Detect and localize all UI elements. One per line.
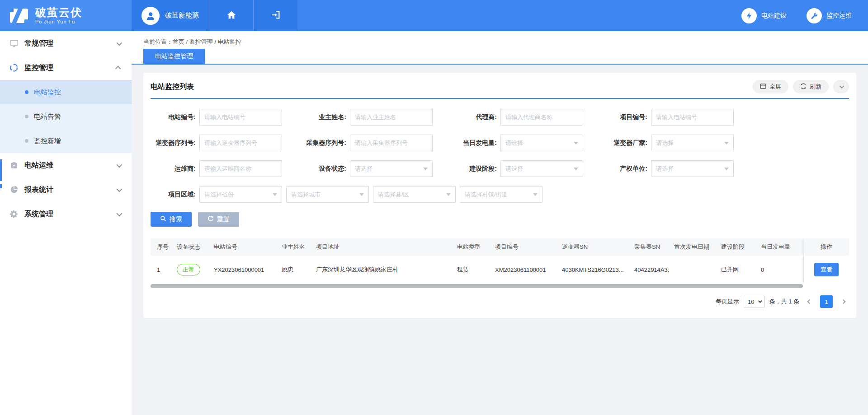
pagination: 每页显示 10 条，共 1 条 1 <box>151 295 849 308</box>
col-inverter-sn: 逆变器SN <box>557 243 630 251</box>
caret-down-icon <box>273 193 277 196</box>
table-row: 1 正常 YX2023061000001 姚忠 广东深圳龙华区观澜镇姚家庄村 租… <box>151 256 849 284</box>
property-unit-select[interactable]: 请选择 <box>651 160 734 177</box>
brand-title: 破茧云伏 <box>35 7 82 19</box>
search-button[interactable]: 搜索 <box>151 212 192 227</box>
horizontal-scrollbar[interactable] <box>151 284 803 288</box>
sidebar-item-station-ops[interactable]: 电站运维 <box>0 153 132 177</box>
field-label: 建设阶段: <box>452 165 500 173</box>
station-table: 序号 设备状态 电站编号 业主姓名 项目地址 电站类型 项目编号 逆变器SN 采… <box>151 238 849 288</box>
sidebar-submenu: 电站监控 电站告警 监控新增 <box>0 80 132 153</box>
chevron-down-icon <box>117 40 123 46</box>
caret-down-icon <box>724 168 729 170</box>
cell-action: 查看 <box>803 256 849 284</box>
city-select[interactable]: 请选择城市 <box>286 186 369 203</box>
caret-down-icon <box>574 142 578 145</box>
logout-button[interactable] <box>253 0 297 31</box>
col-station-no: 电站编号 <box>209 243 277 251</box>
project-no-input[interactable] <box>651 109 734 126</box>
sidebar-item-reports[interactable]: 报表统计 <box>0 177 132 202</box>
next-page-button[interactable] <box>837 296 849 308</box>
battery-icon <box>9 161 19 170</box>
build-stage-select[interactable]: 请选择 <box>500 160 583 177</box>
user-name: 破茧新能源 <box>165 11 199 20</box>
network-icon <box>9 63 19 72</box>
nav-station-build[interactable]: 电站建设 <box>741 8 787 23</box>
topbar: 破茧云伏 Po Jian Yun Fu 破茧新能源 <box>0 0 868 31</box>
sidebar-subitem-station-alarm[interactable]: 电站告警 <box>0 104 132 129</box>
wrench-icon <box>807 8 822 23</box>
province-select[interactable]: 请选择省份 <box>199 186 282 203</box>
sidebar-item-monitor[interactable]: 监控管理 <box>0 56 132 80</box>
search-icon <box>160 215 166 223</box>
fullscreen-button[interactable]: 全屏 <box>753 80 788 93</box>
caret-down-icon <box>359 193 364 196</box>
col-type: 电站类型 <box>453 243 491 251</box>
cell-type: 租赁 <box>453 266 491 274</box>
scrollbar-thumb[interactable] <box>151 284 803 288</box>
col-action: 操作 <box>803 238 849 256</box>
sidebar-subitem-monitor-add[interactable]: 监控新增 <box>0 129 132 153</box>
brand-logo: 破茧云伏 Po Jian Yun Fu <box>0 0 132 31</box>
chevron-left-icon <box>807 299 812 304</box>
breadcrumb-label: 当前位置： <box>143 38 173 45</box>
caret-down-icon <box>574 168 578 170</box>
refresh-button[interactable]: 刷新 <box>793 80 829 93</box>
user-menu[interactable]: 破茧新能源 <box>132 0 209 31</box>
daily-power-select[interactable]: 请选择 <box>500 135 583 151</box>
agent-input[interactable] <box>500 109 583 126</box>
field-label: 运维商: <box>151 165 199 173</box>
nav-monitor-ops[interactable]: 监控运维 <box>807 8 852 23</box>
per-page-select[interactable]: 10 <box>744 296 764 308</box>
sidebar-scrollbar[interactable] <box>0 159 2 181</box>
sidebar-item-label: 系统管理 <box>24 210 117 219</box>
breadcrumb-path: 首页 / 监控管理 / 电站监控 <box>173 38 241 45</box>
collector-sn-input[interactable] <box>350 135 433 151</box>
sidebar-item-general[interactable]: 常规管理 <box>0 31 132 56</box>
sidebar-scrollbar[interactable] <box>0 184 2 188</box>
field-label: 采集器序列号: <box>301 139 350 147</box>
sidebar-subitem-station-monitor[interactable]: 电站监控 <box>0 80 132 104</box>
field-label: 逆变器厂家: <box>602 139 651 147</box>
sidebar-item-system[interactable]: 系统管理 <box>0 202 132 226</box>
avatar <box>142 7 160 25</box>
prev-page-button[interactable] <box>804 296 816 308</box>
sidebar-item-label: 报表统计 <box>24 185 117 195</box>
reset-button[interactable]: 重置 <box>198 212 239 227</box>
caret-down-icon <box>446 193 451 196</box>
refresh-icon <box>800 83 807 91</box>
view-button[interactable]: 查看 <box>814 263 839 276</box>
col-address: 项目地址 <box>311 243 453 251</box>
operator-input[interactable] <box>199 160 282 177</box>
inverter-vendor-select[interactable]: 请选择 <box>651 135 734 151</box>
field-label: 产权单位: <box>602 165 651 173</box>
collapse-button[interactable] <box>833 80 849 93</box>
field-label: 项目编号: <box>602 113 651 121</box>
sidebar-item-label: 常规管理 <box>24 39 117 48</box>
sidebar-item-label: 监控管理 <box>24 63 117 73</box>
gear-icon <box>9 210 19 219</box>
home-button[interactable] <box>209 0 253 31</box>
card-header: 电站监控列表 全屏 <box>151 73 849 99</box>
nav-monitor-ops-label: 监控运维 <box>826 12 852 20</box>
page-title: 电站监控列表 <box>151 82 194 92</box>
sidebar-subitem-label: 电站监控 <box>34 88 61 97</box>
field-label: 业主姓名: <box>301 113 350 121</box>
reset-icon <box>208 215 214 223</box>
town-select[interactable]: 请选择村镇/街道 <box>460 186 542 203</box>
tab-station-monitor-mgmt[interactable]: 电站监控管理 <box>143 49 205 64</box>
cell-station-no: YX2023061000001 <box>209 266 277 273</box>
device-status-select[interactable]: 请选择 <box>350 160 433 177</box>
col-device-status: 设备状态 <box>172 243 209 251</box>
col-project-no: 项目编号 <box>491 243 557 251</box>
county-select[interactable]: 请选择县/区 <box>373 186 456 203</box>
content-area: 电站监控列表 全屏 <box>132 65 868 415</box>
col-owner: 业主姓名 <box>277 243 311 251</box>
logout-icon <box>271 10 281 21</box>
page-number-button[interactable]: 1 <box>820 295 833 308</box>
inverter-sn-input[interactable] <box>199 135 282 151</box>
cell-index: 1 <box>151 266 172 273</box>
station-no-input[interactable] <box>199 109 282 126</box>
brand-logo-icon <box>9 6 29 26</box>
owner-name-input[interactable] <box>350 109 433 126</box>
